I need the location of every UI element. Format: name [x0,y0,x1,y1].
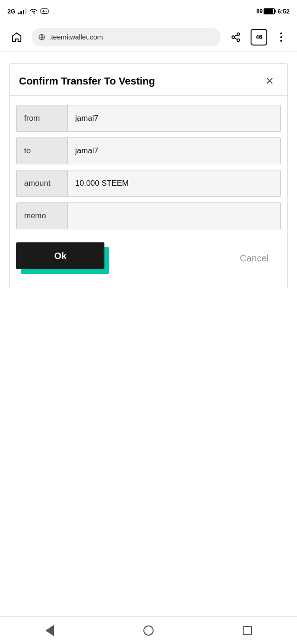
ok-button-wrapper: Ok [16,242,109,274]
from-label: from [17,105,68,131]
menu-button[interactable] [273,29,290,46]
share-button[interactable] [226,28,245,46]
bottom-nav [0,616,297,644]
dialog-divider [10,95,287,96]
home-nav-icon [143,625,154,636]
dialog-actions: Ok Cancel [10,229,287,274]
recents-icon [243,626,252,635]
memo-field-row: memo [16,202,281,229]
home-icon [11,32,22,43]
cancel-button[interactable]: Cancel [231,248,278,268]
memo-label: memo [17,203,68,229]
dialog-title: Confirm Transfer To Vesting [19,75,155,87]
menu-dot-1 [280,33,282,34]
memo-value [68,203,280,229]
home-button[interactable] [7,28,26,46]
from-value: jamal7 [68,105,280,131]
game-icon [40,8,49,14]
status-left: 2G [7,8,49,15]
menu-dot-3 [280,40,282,42]
network-label: 2G [7,8,15,15]
url-bar[interactable]: .teemitwallet.com [32,28,221,46]
url-text: .teemitwallet.com [49,33,214,41]
tab-count-label: 46 [256,33,262,40]
url-icon [38,33,45,41]
main-content: Confirm Transfer To Vesting ✕ from jamal… [0,52,297,616]
ok-button[interactable]: Ok [16,242,104,269]
home-nav-button[interactable] [137,619,160,642]
amount-value: 10.000 STEEM [68,170,280,196]
from-field-row: from jamal7 [16,105,281,132]
battery-level: 89 [257,8,263,14]
amount-field-row: amount 10.000 STEEM [16,170,281,197]
close-button[interactable]: ✕ [261,73,278,90]
share-icon [231,32,241,42]
amount-label: amount [17,170,68,196]
status-right: 89 6:52 [257,8,290,15]
tab-count-button[interactable]: 46 [251,29,267,46]
status-bar: 2G 89 6:52 [0,0,297,22]
back-icon [45,625,54,636]
wifi-icon [29,8,38,14]
to-value: jamal7 [68,138,280,164]
battery-icon: 89 [257,8,275,14]
svg-line-5 [234,38,237,39]
time-display: 6:52 [278,8,290,15]
recents-button[interactable] [236,619,259,642]
form-fields: from jamal7 to jamal7 amount [10,105,287,229]
svg-line-6 [234,34,237,36]
dialog-header: Confirm Transfer To Vesting ✕ [10,64,287,90]
signal-icon [18,8,26,14]
back-button[interactable] [38,619,61,642]
confirm-dialog: Confirm Transfer To Vesting ✕ from jamal… [9,63,288,289]
menu-dot-2 [280,36,282,38]
to-label: to [17,138,68,164]
to-field-row: to jamal7 [16,137,281,164]
nav-bar: .teemitwallet.com 46 [0,22,297,52]
